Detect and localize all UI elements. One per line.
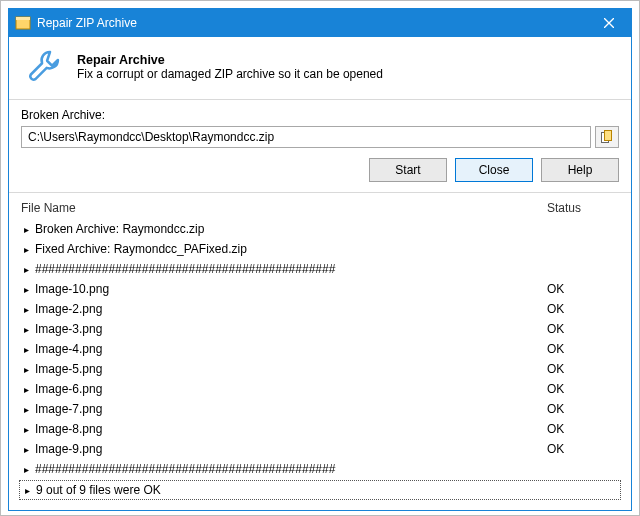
file-name: Broken Archive: Raymondcc.zip: [33, 222, 541, 236]
list-item[interactable]: Image-3.pngOK: [19, 319, 621, 339]
file-status: OK: [541, 302, 621, 316]
col-header-status[interactable]: Status: [541, 201, 621, 215]
expand-icon: [19, 364, 33, 375]
file-status: OK: [541, 282, 621, 296]
app-icon: [15, 15, 31, 31]
list-item[interactable]: Image-8.pngOK: [19, 419, 621, 439]
window: Repair ZIP Archive Repair Archive Fix a …: [8, 8, 632, 511]
expand-icon: [19, 324, 33, 335]
list-item[interactable]: Image-10.pngOK: [19, 279, 621, 299]
file-name: Image-7.png: [33, 402, 541, 416]
list-item[interactable]: Image-7.pngOK: [19, 399, 621, 419]
archive-path-section: Broken Archive: Start Close Help: [9, 100, 631, 193]
close-button[interactable]: Close: [455, 158, 533, 182]
svg-rect-5: [605, 131, 612, 141]
expand-icon: [19, 464, 33, 475]
list-item[interactable]: Image-4.pngOK: [19, 339, 621, 359]
list-body: Broken Archive: Raymondcc.zipFixed Archi…: [19, 219, 621, 500]
broken-archive-label: Broken Archive:: [21, 108, 619, 122]
col-header-file[interactable]: File Name: [19, 201, 541, 215]
wrench-icon: [23, 45, 67, 89]
window-title: Repair ZIP Archive: [37, 16, 587, 30]
list-item[interactable]: ########################################…: [19, 259, 621, 279]
file-status: OK: [541, 382, 621, 396]
expand-icon: [19, 304, 33, 315]
browse-icon: [601, 130, 613, 144]
summary-row[interactable]: 9 out of 9 files were OK: [19, 480, 621, 500]
list-item[interactable]: Fixed Archive: Raymondcc_PAFixed.zip: [19, 239, 621, 259]
header: Repair Archive Fix a corrupt or damaged …: [9, 37, 631, 100]
file-status: OK: [541, 342, 621, 356]
expand-icon: [19, 344, 33, 355]
expand-icon: [20, 485, 34, 496]
file-status: OK: [541, 322, 621, 336]
expand-icon: [19, 384, 33, 395]
file-name: Image-9.png: [33, 442, 541, 456]
list-item[interactable]: Broken Archive: Raymondcc.zip: [19, 219, 621, 239]
path-row: [21, 126, 619, 148]
file-name: Image-6.png: [33, 382, 541, 396]
expand-icon: [19, 444, 33, 455]
expand-icon: [19, 284, 33, 295]
file-name: Image-8.png: [33, 422, 541, 436]
list-header: File Name Status: [19, 199, 621, 219]
file-name: Image-10.png: [33, 282, 541, 296]
expand-icon: [19, 264, 33, 275]
close-icon: [604, 18, 614, 28]
file-status: OK: [541, 362, 621, 376]
list-item[interactable]: ########################################…: [19, 459, 621, 479]
outer-frame: Repair ZIP Archive Repair Archive Fix a …: [0, 0, 640, 516]
start-button[interactable]: Start: [369, 158, 447, 182]
browse-button[interactable]: [595, 126, 619, 148]
file-status: OK: [541, 442, 621, 456]
archive-path-input[interactable]: [21, 126, 591, 148]
button-row: Start Close Help: [21, 158, 619, 182]
list-item[interactable]: Image-6.pngOK: [19, 379, 621, 399]
file-name: Image-4.png: [33, 342, 541, 356]
file-name: ########################################…: [33, 262, 541, 276]
titlebar: Repair ZIP Archive: [9, 9, 631, 37]
expand-icon: [19, 224, 33, 235]
file-name: Image-2.png: [33, 302, 541, 316]
file-status: OK: [541, 422, 621, 436]
file-name: Fixed Archive: Raymondcc_PAFixed.zip: [33, 242, 541, 256]
file-name: Image-5.png: [33, 362, 541, 376]
svg-rect-1: [16, 17, 30, 20]
file-status: OK: [541, 402, 621, 416]
list-item[interactable]: Image-9.pngOK: [19, 439, 621, 459]
header-description: Fix a corrupt or damaged ZIP archive so …: [77, 67, 383, 81]
help-button[interactable]: Help: [541, 158, 619, 182]
list-item[interactable]: Image-5.pngOK: [19, 359, 621, 379]
expand-icon: [19, 404, 33, 415]
header-text: Repair Archive Fix a corrupt or damaged …: [77, 53, 383, 81]
file-name: Image-3.png: [33, 322, 541, 336]
file-name: ########################################…: [33, 462, 541, 476]
close-window-button[interactable]: [587, 9, 631, 37]
list-item[interactable]: Image-2.pngOK: [19, 299, 621, 319]
expand-icon: [19, 424, 33, 435]
expand-icon: [19, 244, 33, 255]
header-title: Repair Archive: [77, 53, 383, 67]
file-list-area: File Name Status Broken Archive: Raymond…: [9, 193, 631, 510]
summary-text: 9 out of 9 files were OK: [34, 483, 540, 497]
